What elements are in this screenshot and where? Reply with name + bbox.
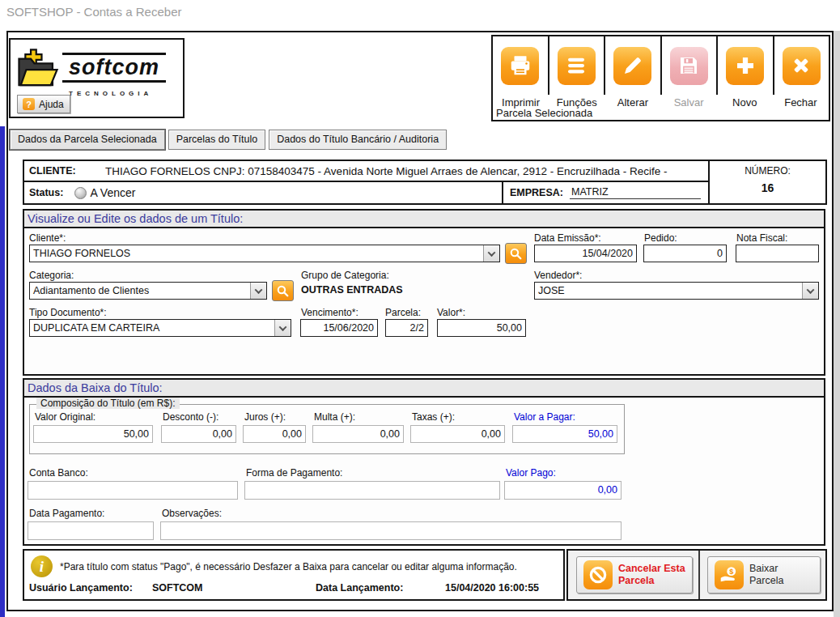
composicao-groupbox: Composição do Título (em R$): Valor Orig… [29,404,625,454]
data-pagamento-label: Data Pagamento: [29,508,104,519]
categoria-label: Categoria: [29,270,74,281]
cliente-search-button[interactable] [505,243,527,264]
taxas-label: Taxas (+): [412,411,455,423]
cliente-combobox[interactable]: THIAGO FORNELOS [29,245,500,262]
valor-original-field[interactable]: 50,00 [33,425,153,443]
chevron-down-icon[interactable] [250,283,266,299]
data-emissao-label: Data Emissão*: [534,232,601,244]
search-icon [276,284,290,298]
toolbar-cell-alterar [605,36,662,95]
vendedor-combobox-value: JOSE [535,283,802,299]
edit-button[interactable] [613,47,651,85]
numero-box: NÚMERO: 16 [708,160,827,205]
observacoes-label: Observações: [162,508,222,519]
vencimento-field[interactable]: 15/06/2020 [300,319,378,337]
tab-parcelas-titulo[interactable]: Parcelas do Título [168,130,266,150]
toolbar-icons-row [493,36,829,95]
valor-field[interactable]: 50,00 [437,319,526,337]
toolbar-cell-funcoes [549,36,606,95]
forma-pagamento-field[interactable] [244,481,500,500]
desconto-label: Desconto (-): [163,411,218,423]
tipo-documento-label: Tipo Documento*: [29,307,107,318]
cancel-parcela-button[interactable]: Cancelar Esta Parcela [576,556,693,594]
nota-fiscal-label: Nota Fiscal: [736,232,787,244]
new-button[interactable] [726,47,764,85]
help-button-label: Ajuda [39,99,64,110]
empresa-cell: EMPRESA: MATRIZ [502,182,708,203]
toolbar-cell-fechar [774,36,829,95]
new-button-label: Novo [717,96,773,109]
left-accent-strip [0,126,5,617]
print-button[interactable] [501,47,539,85]
chevron-down-icon[interactable] [483,245,499,262]
numero-label: NÚMERO: [710,165,825,177]
edit-section-title: Visualize ou Edite os dados de um Título… [24,211,824,228]
nota-fiscal-field[interactable] [736,245,819,262]
baixar-parcela-button[interactable]: $ Baixar Parcela [707,556,821,594]
chevron-down-icon[interactable] [802,283,818,299]
valor-a-pagar-field[interactable]: 50,00 [512,425,617,443]
tab-bar: Dados da Parcela Selecionada Parcelas do… [10,130,447,150]
observacoes-field[interactable] [160,521,622,540]
chevron-down-icon[interactable] [274,320,291,336]
status-row: Status: A Vencer EMPRESA: MATRIZ [24,182,708,203]
brand-name: softcom [62,53,166,83]
valor-pago-label: Valor Pago: [506,467,556,479]
baixa-section-panel: Composição do Título (em R$): Valor Orig… [24,398,824,544]
footer-note: *Para título com status "Pago", é necess… [60,561,560,572]
floppy-icon [677,53,701,78]
tipo-documento-combobox[interactable]: DUPLICATA EM CARTEIRA [29,319,291,337]
print-button-sublabel: Parcela Selecionada [496,107,592,119]
valor-pago-field[interactable]: 0,00 [504,481,622,500]
desconto-field[interactable]: 0,00 [161,425,236,443]
close-icon [790,54,812,77]
grupo-categoria-value: OUTRAS ENTRADAS [301,284,403,296]
app-root: SOFTSHOP - Contas a Receber softcom TECN… [0,0,840,617]
status-label: Status: [29,187,63,198]
valor-original-label: Valor Original: [35,411,95,423]
usuario-lancamento-label: Usuário Lançamento: [29,582,133,594]
client-info-box: CLIENTE: THIAGO FORNELOS CNPJ: 071584034… [23,160,710,205]
tab-dados-parcela[interactable]: Dados da Parcela Selecionada [10,130,165,150]
cliente-combobox-value: THIAGO FORNELOS [30,245,483,262]
numero-value: 16 [710,181,825,194]
plus-icon [733,53,757,78]
tab-titulo-bancario[interactable]: Dados do Título Bancário / Auditoria [269,130,447,150]
taxas-field[interactable]: 0,00 [410,425,505,443]
grupo-categoria-label: Grupo de Categoria: [301,270,389,281]
save-button-label: Salvar [661,96,717,109]
empresa-field[interactable]: MATRIZ [570,186,701,199]
pedido-field[interactable]: 0 [643,245,727,262]
baixa-section: Dados da Baixa do Título: Composição do … [23,378,825,546]
vencimento-label: Vencimento*: [301,307,358,318]
brand-tagline: TECNOLOGIA [69,90,152,97]
data-emissao-field[interactable]: 15/04/2020 [534,245,637,262]
edit-section-panel: Cliente*: THIAGO FORNELOS Data Emissão*:… [24,228,824,374]
close-button[interactable] [783,47,821,85]
logo-panel: softcom TECNOLOGIA ? Ajuda [9,38,185,118]
save-button[interactable] [670,47,708,85]
cliente-field-label: Cliente*: [29,232,66,244]
data-lancamento-value: 15/04/2020 16:00:55 [445,582,539,594]
right-gutter [834,31,840,617]
conta-banco-field[interactable] [28,481,238,500]
toolbar: Imprimir Funções Alterar Salvar Novo Fec… [491,35,830,121]
multa-field[interactable]: 0,00 [312,425,404,443]
main-window: softcom TECNOLOGIA ? Ajuda [6,31,834,611]
vendedor-combobox[interactable]: JOSE [534,282,819,300]
toolbar-cell-novo [718,36,774,95]
client-value: THIAGO FORNELOS CNPJ: 07158403475 - Aven… [105,165,668,177]
categoria-combobox[interactable]: Adiantamento de Clientes [29,282,267,300]
window-title: SOFTSHOP - Contas a Receber [6,5,181,19]
softcom-folder-icon [15,48,61,90]
client-row: CLIENTE: THIAGO FORNELOS CNPJ: 071584034… [24,161,708,182]
help-button[interactable]: ? Ajuda [17,95,70,113]
multa-label: Multa (+): [314,411,355,423]
parcela-field[interactable]: 2/2 [385,319,428,337]
categoria-search-button[interactable] [272,280,294,301]
composicao-legend: Composição do Título (em R$): [36,398,180,409]
data-pagamento-field[interactable] [28,521,154,540]
functions-button[interactable] [558,47,596,85]
baixa-section-title: Dados da Baixa do Título: [24,380,824,398]
juros-field[interactable]: 0,00 [243,425,306,443]
